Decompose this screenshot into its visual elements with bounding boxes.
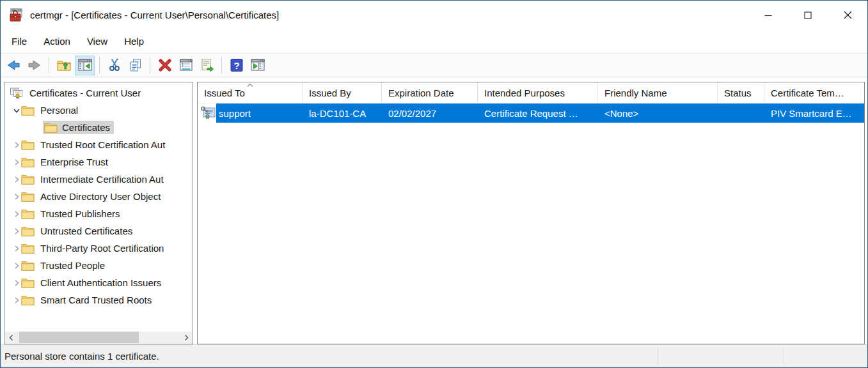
help-button[interactable]: ? [226, 56, 246, 75]
up-one-level-button[interactable] [54, 56, 74, 75]
tree-item-label: Intermediate Certification Aut [40, 174, 164, 185]
tree-item-label: Active Directory User Object [40, 191, 161, 202]
back-button[interactable] [3, 56, 23, 75]
tree-item-label: Smart Card Trusted Roots [40, 295, 152, 305]
help-icon: ? [229, 57, 244, 73]
tree-item-label: Certificates [62, 122, 110, 133]
forward-button[interactable] [24, 56, 44, 75]
chevron-collapsed-icon[interactable] [12, 174, 21, 185]
certificates-root-icon [10, 87, 24, 100]
tree-item-label: Third-Party Root Certification [40, 243, 164, 254]
maximize-icon [803, 11, 812, 20]
folder-icon [21, 157, 35, 167]
maximize-button[interactable] [788, 1, 828, 29]
chevron-collapsed-icon[interactable] [12, 277, 21, 289]
properties-button[interactable] [176, 56, 196, 75]
window-title: certmgr - [Certificates - Current User\P… [30, 10, 279, 20]
chevron-collapsed-icon[interactable] [12, 243, 21, 254]
tree-selected-node[interactable]: Certificates [43, 121, 114, 134]
tree-item-trusted-people[interactable]: Trusted People [4, 257, 193, 274]
menu-action[interactable]: Action [35, 31, 79, 52]
column-header-intended-purposes[interactable]: Intended Purposes [478, 82, 598, 103]
certificate-list-panel: Issued To Issued By Expiration Date Inte… [197, 82, 865, 344]
mmc-toolbox-icon [9, 8, 24, 23]
folder-icon [21, 208, 35, 219]
column-header-issued-by[interactable]: Issued By [303, 82, 382, 103]
minimize-button[interactable] [748, 1, 788, 29]
tree-item-personal[interactable]: Personal [4, 102, 193, 119]
cut-button[interactable] [104, 56, 124, 75]
menu-file[interactable]: File [3, 31, 35, 52]
minimize-icon [764, 11, 773, 20]
tree-item-trusted-root-certification-authorities[interactable]: Trusted Root Certification Aut [4, 136, 193, 153]
tree-item-trusted-publishers[interactable]: Trusted Publishers [4, 205, 193, 222]
column-header-expiration-date[interactable]: Expiration Date [382, 82, 478, 103]
show-hide-console-tree-button[interactable] [75, 56, 95, 75]
status-bar: Personal store contains 1 certificate. [1, 344, 867, 367]
cell-certificate-template: PIV Smartcard E… [764, 108, 864, 119]
tree-item-label: Certificates - Current User [29, 88, 141, 98]
copy-icon [128, 57, 143, 73]
column-header-certificate-template[interactable]: Certificate Tem… [764, 82, 864, 103]
status-bar-divider [657, 348, 658, 365]
chevron-collapsed-icon[interactable] [12, 295, 21, 306]
tree-item-certificates-current-user[interactable]: Certificates - Current User [4, 84, 193, 102]
tree-item-label: Trusted People [40, 260, 105, 271]
chevron-collapsed-icon[interactable] [12, 157, 21, 168]
cut-icon [107, 57, 122, 73]
folder-icon [44, 122, 58, 133]
back-icon [6, 57, 21, 73]
tree-horizontal-scrollbar[interactable] [5, 332, 192, 343]
show-hide-action-pane-button[interactable] [248, 56, 267, 75]
toolbar: ? [1, 53, 867, 77]
folder-icon [21, 295, 35, 305]
tree-item-enterprise-trust[interactable]: Enterprise Trust [4, 153, 193, 171]
column-header-friendly-name[interactable]: Friendly Name [598, 82, 718, 103]
close-icon [843, 10, 853, 20]
folder-icon [21, 226, 35, 236]
cell-friendly-name: <None> [598, 108, 718, 119]
tree-item-label: Client Authentication Issuers [40, 277, 161, 288]
delete-button[interactable] [155, 56, 175, 75]
certificate-row-support[interactable]: support la-DC101-CA 02/02/2027 Certifica… [198, 103, 864, 123]
chevron-expanded-icon[interactable] [12, 105, 21, 116]
tree-item-untrusted-certificates[interactable]: Untrusted Certificates [4, 222, 193, 240]
show-hide-console-tree-icon [77, 57, 93, 73]
list-header: Issued To Issued By Expiration Date Inte… [198, 82, 864, 103]
column-header-issued-to[interactable]: Issued To [198, 82, 303, 103]
console-tree: Certificates - Current User Personal [4, 82, 193, 321]
folder-icon [21, 277, 35, 288]
scroll-left-arrow-icon[interactable] [5, 332, 17, 343]
folder-icon [21, 174, 35, 185]
copy-button[interactable] [125, 56, 145, 75]
cell-issued-by: la-DC101-CA [303, 108, 382, 119]
chevron-collapsed-icon[interactable] [12, 260, 21, 272]
tree-item-client-authentication-issuers[interactable]: Client Authentication Issuers [4, 274, 193, 291]
menu-help[interactable]: Help [116, 31, 152, 52]
tree-item-active-directory-user-object[interactable]: Active Directory User Object [4, 188, 193, 205]
tree-item-certificates[interactable]: Certificates [4, 119, 193, 136]
tree-item-third-party-root-certification[interactable]: Third-Party Root Certification [4, 240, 193, 257]
tree-item-label: Trusted Publishers [40, 208, 120, 219]
menu-view[interactable]: View [79, 31, 116, 52]
title-bar: certmgr - [Certificates - Current User\P… [1, 1, 867, 29]
close-button[interactable] [828, 1, 867, 29]
tree-item-label: Enterprise Trust [40, 157, 108, 167]
chevron-collapsed-icon[interactable] [12, 226, 21, 237]
folder-icon [21, 243, 35, 254]
toolbar-separator [221, 57, 222, 73]
chevron-collapsed-icon[interactable] [12, 208, 21, 220]
scrollbar-track[interactable] [17, 332, 180, 343]
chevron-collapsed-icon[interactable] [12, 139, 21, 151]
export-list-button[interactable] [197, 56, 217, 75]
tree-item-smart-card-trusted-roots[interactable]: Smart Card Trusted Roots [4, 291, 193, 309]
tree-item-intermediate-certification-authorities[interactable]: Intermediate Certification Aut [4, 171, 193, 188]
column-header-status[interactable]: Status [718, 82, 764, 103]
folder-icon [21, 105, 35, 116]
tree-item-label: Trusted Root Certification Aut [40, 139, 165, 150]
folder-icon [21, 260, 35, 271]
chevron-collapsed-icon[interactable] [12, 191, 21, 203]
scrollbar-thumb[interactable] [19, 332, 139, 343]
scroll-right-arrow-icon[interactable] [180, 332, 192, 343]
status-text: Personal store contains 1 certificate. [4, 351, 159, 362]
